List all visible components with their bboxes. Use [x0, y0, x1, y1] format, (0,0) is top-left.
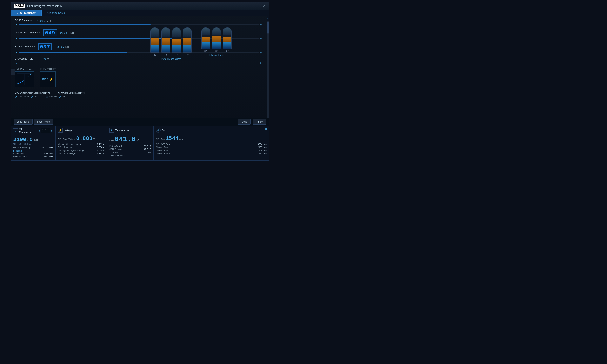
voltage-panel-header: ⚡ Voltage — [58, 128, 105, 134]
scroll-up-arrow[interactable] — [266, 16, 270, 20]
eff-bar-2 — [212, 27, 221, 49]
eff-core-big-value: 037 — [39, 43, 52, 51]
cache-increase[interactable]: ► — [260, 62, 263, 65]
bclk-decrease[interactable]: ◄ — [15, 23, 18, 26]
bottom-bar: Load Profile Save Profile Undo Apply □ C… — [11, 118, 269, 160]
gpu-link[interactable]: ENGTS450 — [13, 150, 53, 152]
eff-bar-3 — [223, 27, 232, 49]
vf-graph[interactable] — [15, 71, 34, 87]
perf-core-1: 49 — [150, 27, 159, 56]
bclk-increase[interactable]: ► — [260, 23, 263, 26]
cpu-core-volt-row: CPU Core Voltage 0.808 V — [58, 135, 105, 142]
asus-logo: /ASUS — [13, 4, 25, 8]
undo-button[interactable]: Undo — [238, 119, 251, 125]
vf-label: VF Point Offset: — [17, 68, 32, 70]
voltage-labels-row: CPU System Agent Voltage(Adaptive) CPU C… — [15, 91, 263, 94]
core-nav-next[interactable]: ► — [51, 130, 53, 132]
perf-core-label: Performance Core Ratio : — [15, 31, 41, 34]
eff-core-label: Efficient Core Ratio : — [15, 45, 36, 48]
cpu-core-volt-unit: V — [93, 138, 95, 141]
thermometer-icon: 🌡 — [109, 128, 114, 132]
svg-point-10 — [16, 83, 17, 84]
cpu-fan-label: CPU Fan — [156, 138, 165, 140]
eff-core-num-2: 37 — [215, 50, 218, 52]
apply-button[interactable]: Apply — [253, 119, 266, 125]
volt-row-3: CPU Input Voltage 1.793 V — [58, 152, 105, 155]
voltage-modes-row: Offset Mode User Adaptive User — [15, 95, 263, 98]
cpu-panel-title: CPU Frequency — [19, 128, 37, 134]
gear-icon[interactable]: ⚙ — [265, 128, 267, 130]
svg-point-12 — [20, 82, 21, 83]
cpu-core-volt-value: 0.808 — [76, 135, 93, 142]
temp-row-1: CPU Package 47.0 °C — [109, 148, 151, 150]
bclk-unit: MHz — [47, 20, 52, 22]
cpu-freq-value: 2100.0 — [13, 137, 33, 143]
volt-row-1: CPU L2 Voltage 0.000 V — [58, 146, 105, 148]
cache-slider[interactable] — [19, 63, 259, 64]
efficient-cores-group: 37 37 — [201, 27, 232, 60]
cache-unit: X — [47, 58, 53, 60]
eff-cores-title: Efficient Cores — [201, 54, 232, 56]
perf-bar-1 — [150, 27, 159, 52]
svg-point-15 — [26, 78, 27, 78]
eff-core-value: 3709.25 — [54, 46, 64, 49]
vf-ddr-row: VF Point Offset: — [15, 68, 263, 87]
temp-row-0: MotherBoard 31.0 °C — [109, 145, 151, 147]
bclk-label: BCLK Frequency : — [15, 19, 34, 22]
cpu-freq-unit: MHz — [34, 139, 39, 142]
svg-point-11 — [18, 83, 19, 84]
eff-bar-1 — [201, 27, 210, 49]
bclk-slider[interactable] — [19, 24, 259, 25]
cpu-core-volt-label: CPU Core Voltage — [58, 138, 75, 140]
ddr-container: DDR5 PMIC OV DDR ⚡ — [40, 68, 55, 87]
temp-row-2: T Sensor N/A — [109, 151, 151, 154]
volt-row-0: Memory Controller Voltage 1.119 V — [58, 143, 105, 145]
eff-core-decrease[interactable]: ◄ — [15, 51, 18, 54]
temp-row-3: VRM Thermistor 43.0 °C — [109, 154, 151, 156]
fan-panel-title: Fan — [162, 129, 166, 132]
cores-groups: 49 49 — [150, 27, 263, 60]
vf-container: VF Point Offset: — [15, 68, 34, 87]
svg-point-13 — [22, 81, 23, 82]
save-profile-button[interactable]: Save Profile — [34, 119, 53, 125]
tab-cpu-frequency[interactable]: CPU Frequency — [11, 10, 41, 16]
fan-row-1: Chassis Fan 1 2139 rpm — [156, 146, 267, 148]
voltage-panel: ⚡ Voltage CPU Core Voltage 0.808 V Memor… — [55, 126, 107, 160]
fan-panel: ◎ Fan CPU Fan 1544 rpm CPU OPT Fan 3064 … — [154, 126, 269, 160]
bottom-buttons-row: Load Profile Save Profile Undo Apply — [11, 118, 269, 126]
cpu-detail: 100.0 × 21 ( 29.1 watts ) — [13, 143, 53, 145]
cache-value: 45 — [36, 58, 46, 61]
core-nav-prev[interactable]: ◄ — [38, 130, 40, 132]
window-title: Dual Intelligent Processors 5 — [27, 4, 62, 8]
gpu-clock-label: GPU Clock — [13, 153, 24, 155]
eff-core-num-1: 37 — [204, 50, 207, 52]
volt-row-2: CPU System Agent Voltage 1.025 V — [58, 149, 105, 152]
svg-point-17 — [30, 74, 30, 75]
temp-panel-title: Temperature — [115, 129, 129, 132]
cache-decrease[interactable]: ◄ — [15, 62, 18, 65]
perf-core-num-2: 49 — [164, 54, 167, 56]
fan-row-2: Chassis Fan 2 1788 rpm — [156, 149, 267, 152]
cpu-fan-row: CPU Fan 1544 rpm — [156, 135, 267, 142]
sidebar-toggle[interactable] — [11, 69, 15, 75]
ddr-box[interactable]: DDR ⚡ — [40, 71, 55, 87]
cpu-fan-unit: rpm — [179, 138, 183, 141]
cores-section: 49 49 — [150, 27, 263, 60]
perf-core-num-4: 49 — [186, 54, 189, 56]
tab-graphics-cards[interactable]: Graphics Cards — [41, 10, 71, 16]
close-button[interactable]: ✕ — [262, 4, 266, 8]
mem-clock-value: 1000 MHz — [43, 155, 53, 157]
perf-core-num-1: 49 — [154, 54, 156, 56]
cpu-temp-unit: °C — [136, 139, 139, 142]
cpu-fan-value: 1544 — [165, 135, 178, 142]
scrollbar-thumb — [267, 22, 269, 34]
voltage-right-label: CPU Core Voltage(Adaptive) — [58, 91, 85, 94]
svg-point-16 — [28, 76, 29, 77]
main-window: /ASUS Dual Intelligent Processors 5 ✕ CP… — [11, 2, 269, 161]
load-profile-button[interactable]: Load Profile — [13, 119, 33, 125]
perf-bar-3 — [172, 27, 181, 52]
perf-core-decrease[interactable]: ◄ — [15, 37, 18, 40]
cpu-freq-display: 2100.0 MHz — [13, 137, 53, 143]
eff-core-unit: MHz — [66, 46, 71, 48]
core-nav: ◄ Core 0 ► — [38, 128, 53, 133]
